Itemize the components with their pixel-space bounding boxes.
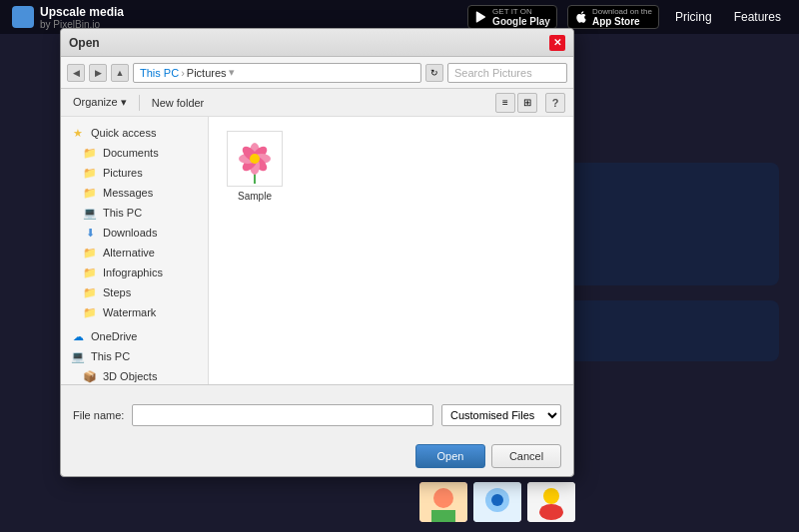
- view-grid-button[interactable]: ⊞: [517, 93, 537, 113]
- new-folder-label: New folder: [152, 97, 205, 109]
- nav-messages[interactable]: 📁 Messages: [61, 183, 208, 203]
- steps-icon: 📁: [83, 285, 97, 299]
- nav-infographics[interactable]: 📁 Infographics: [61, 263, 208, 282]
- view-list-button[interactable]: ≡: [495, 93, 515, 113]
- thumb-image-1: [419, 482, 467, 522]
- forward-button[interactable]: ▶: [89, 64, 107, 82]
- try-thumb-2[interactable]: [473, 482, 521, 522]
- svg-point-1: [433, 488, 453, 508]
- app-store-button[interactable]: Download on the App Store: [567, 5, 659, 29]
- nav-pictures-quick[interactable]: 📁 Pictures: [61, 163, 208, 183]
- nav-this-pc-quick[interactable]: 💻 This PC: [61, 203, 208, 223]
- help-button[interactable]: ?: [545, 93, 565, 113]
- 3d-objects-icon: 📦: [83, 369, 97, 383]
- nav-logo: Upscale media by PixelBin.io: [12, 5, 124, 30]
- up-button[interactable]: ▲: [111, 64, 129, 82]
- file-open-dialog: Open ✕ ◀ ▶ ▲ This PC › Pictures ▾ ↻ Sear…: [60, 28, 574, 477]
- open-button[interactable]: Open: [415, 444, 485, 468]
- google-play-label: GET IT ON Google Play: [492, 7, 550, 27]
- dialog-close-button[interactable]: ✕: [549, 35, 565, 51]
- documents-icon: 📁: [83, 146, 97, 160]
- path-this-pc: This PC: [140, 67, 179, 79]
- alternative-icon: 📁: [83, 246, 97, 260]
- downloads-quick-icon: ⬇: [83, 226, 97, 240]
- refresh-button[interactable]: ↻: [425, 64, 443, 82]
- organize-button[interactable]: Organize ▾: [69, 94, 131, 111]
- nav-downloads-quick[interactable]: ⬇ Downloads: [61, 223, 208, 243]
- downloads-quick-label: Downloads: [103, 227, 157, 239]
- nav-onedrive[interactable]: ☁ OneDrive: [61, 326, 208, 346]
- search-placeholder: Search Pictures: [454, 67, 532, 79]
- path-sep-1: ›: [181, 67, 185, 79]
- this-pc-icon: 💻: [71, 349, 85, 363]
- pictures-quick-icon: 📁: [83, 166, 97, 180]
- nav-3d-objects[interactable]: 📦 3D Objects: [61, 366, 208, 384]
- organize-label: Organize ▾: [73, 96, 127, 109]
- svg-point-5: [491, 494, 503, 506]
- svg-point-8: [539, 504, 563, 520]
- download-on: Download on the: [592, 7, 652, 16]
- messages-label: Messages: [103, 187, 153, 199]
- dialog-title: Open: [69, 36, 549, 50]
- files-container: Sample: [219, 127, 563, 206]
- infographics-icon: 📁: [83, 266, 97, 279]
- pricing-link[interactable]: Pricing: [669, 10, 718, 24]
- svg-point-7: [543, 488, 559, 504]
- svg-rect-2: [431, 510, 455, 522]
- dialog-toolbar: Organize ▾ New folder ≡ ⊞ ?: [61, 89, 573, 117]
- cancel-button[interactable]: Cancel: [491, 444, 561, 468]
- flower-image: [230, 134, 280, 184]
- onedrive-label: OneDrive: [91, 330, 137, 342]
- infographics-label: Infographics: [103, 266, 163, 278]
- thumb-image-3: [527, 482, 575, 522]
- onedrive-icon: ☁: [71, 329, 85, 343]
- dialog-body: ★ Quick access 📁 Documents 📁 Pictures 📁: [61, 117, 573, 384]
- star-icon: ★: [71, 126, 85, 140]
- file-item-sample[interactable]: Sample: [219, 127, 291, 206]
- thumb-image-2: [473, 482, 521, 522]
- logo-text: Upscale media: [40, 5, 124, 19]
- nav-steps[interactable]: 📁 Steps: [61, 282, 208, 302]
- path-pictures: Pictures: [187, 67, 227, 79]
- dialog-content-area: Sample: [209, 117, 573, 384]
- nav-watermark[interactable]: 📁 Watermark: [61, 302, 208, 322]
- this-pc-quick-icon: 💻: [83, 206, 97, 220]
- app-store-label: Download on the App Store: [592, 7, 652, 27]
- logo-text-group: Upscale media by PixelBin.io: [40, 5, 124, 30]
- google-play-button[interactable]: GET IT ON Google Play: [467, 5, 557, 29]
- logo-icon: [12, 6, 34, 28]
- 3d-objects-label: 3D Objects: [103, 370, 157, 382]
- back-button[interactable]: ◀: [67, 64, 85, 82]
- filetype-select[interactable]: Customised Files: [441, 404, 561, 426]
- dialog-titlebar: Open ✕: [61, 29, 573, 57]
- toolbar-separator: [139, 95, 140, 111]
- steps-label: Steps: [103, 286, 131, 298]
- view-buttons: ≡ ⊞: [495, 93, 537, 113]
- filename-input[interactable]: [132, 404, 433, 426]
- path-dropdown-arrow: ▾: [229, 66, 235, 79]
- nav-quick-access[interactable]: ★ Quick access: [61, 123, 208, 143]
- new-folder-button[interactable]: New folder: [148, 95, 209, 111]
- messages-icon: 📁: [83, 186, 97, 200]
- features-link[interactable]: Features: [728, 10, 787, 24]
- nav-this-pc[interactable]: 💻 This PC: [61, 346, 208, 366]
- app-store-name: App Store: [592, 16, 652, 27]
- search-box[interactable]: Search Pictures: [447, 63, 567, 83]
- try-thumb-3[interactable]: [527, 482, 575, 522]
- dialog-nav-pane: ★ Quick access 📁 Documents 📁 Pictures 📁: [61, 117, 209, 384]
- try-thumb-1[interactable]: [419, 482, 467, 522]
- google-play-icon: [474, 10, 488, 24]
- nav-documents[interactable]: 📁 Documents: [61, 143, 208, 163]
- this-pc-quick-label: This PC: [103, 207, 142, 219]
- file-thumbnail-sample: [227, 131, 283, 187]
- get-it-on: GET IT ON: [492, 7, 550, 16]
- nav-alternative[interactable]: 📁 Alternative: [61, 243, 208, 263]
- dialog-addressbar: ◀ ▶ ▲ This PC › Pictures ▾ ↻ Search Pict…: [61, 57, 573, 89]
- watermark-label: Watermark: [103, 306, 156, 318]
- try-thumbnails: [419, 482, 779, 522]
- this-pc-label: This PC: [91, 350, 130, 362]
- address-path-bar[interactable]: This PC › Pictures ▾: [133, 63, 421, 83]
- dialog-action-row: Open Cancel: [61, 444, 573, 476]
- pictures-quick-label: Pictures: [103, 167, 143, 179]
- dialog-bottombar: File name: Customised Files: [61, 384, 573, 444]
